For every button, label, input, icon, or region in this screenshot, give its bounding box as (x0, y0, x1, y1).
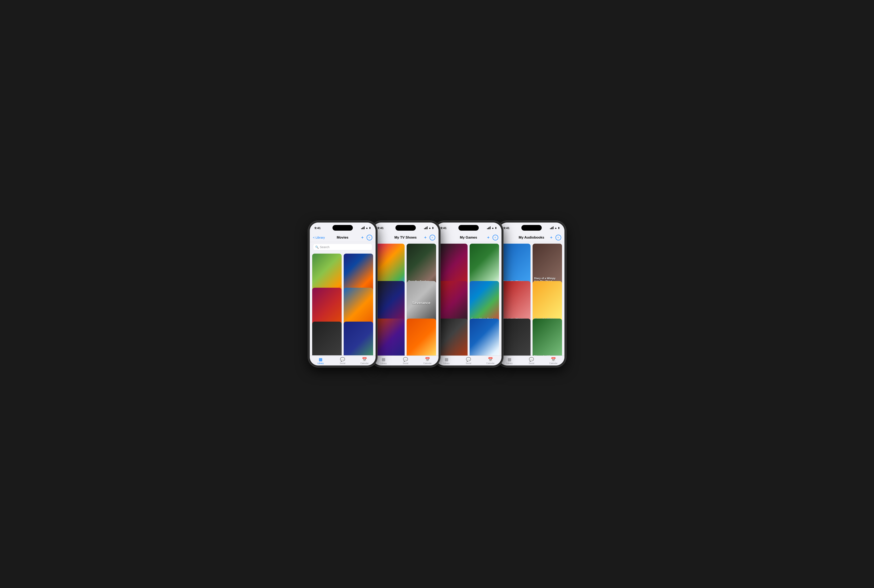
nav-back-button[interactable]: < Library (313, 236, 327, 239)
tab-social-icon: 💬 (529, 357, 534, 362)
tab-social[interactable]: 💬Social (395, 357, 417, 364)
status-icons: ▲ ▮ (550, 226, 559, 230)
tab-social-label: Social (529, 362, 534, 364)
dynamic-island (521, 225, 542, 231)
media-card[interactable]: Diary of a Wimpy Kid (533, 319, 562, 356)
tab-calendar[interactable]: 📅Calendar (542, 357, 565, 364)
filter-button[interactable]: ≡ (366, 235, 372, 240)
nav-bar: My TV Shows+≡ (373, 233, 439, 242)
tab-bar: ▦Library💬Social📅Calendar (310, 356, 375, 366)
media-card[interactable] (344, 322, 373, 356)
add-button[interactable]: + (487, 235, 490, 240)
tab-social[interactable]: 💬Social (521, 357, 542, 364)
phone-movies: 9:41 ▲ ▮ < LibraryMovies+≡ 🔍 Search Shre… (308, 221, 377, 367)
filter-button[interactable]: ≡ (493, 235, 498, 240)
phone-audiobooks: 9:41 ▲ ▮ My Audiobooks+≡Diary of a Wimpy… (497, 221, 566, 367)
wifi-icon: ▲ (491, 226, 494, 230)
tab-bar: ▦Library💬Social📅Calendar (499, 356, 565, 366)
status-time: 9:41 (378, 226, 384, 230)
content-grid: Diary of a Wimpy Kid: The Deep EndDiary … (499, 242, 565, 356)
nav-bar: < LibraryMovies+≡ (310, 233, 375, 242)
tab-bar: ▦Library💬Social📅Calendar (373, 356, 439, 366)
wifi-icon: ▲ (366, 226, 368, 230)
nav-bar: My Audiobooks+≡ (499, 233, 565, 242)
media-card[interactable] (312, 322, 342, 356)
add-button[interactable]: + (424, 235, 427, 240)
card-artwork (438, 319, 467, 356)
tab-library-label: Library (380, 362, 387, 364)
tab-bar: ▦Library💬Social📅Calendar (435, 356, 502, 366)
status-time: 9:41 (440, 226, 447, 230)
content-grid: ShrekBack to the Future IIIBaby DriverDe… (310, 252, 375, 356)
media-card[interactable] (407, 319, 436, 356)
status-time: 9:41 (315, 226, 321, 230)
search-bar: 🔍 Search (310, 242, 375, 252)
tab-social[interactable]: 💬Social (332, 357, 354, 364)
tab-social-icon: 💬 (340, 357, 345, 362)
status-icons: ▲ ▮ (424, 226, 434, 230)
dynamic-island (332, 225, 353, 231)
nav-actions: +≡ (484, 235, 498, 240)
tab-calendar-icon: 📅 (551, 357, 556, 362)
tab-library-label: Library (443, 362, 450, 364)
battery-icon: ▮ (495, 226, 497, 229)
tab-calendar-icon: 📅 (362, 357, 367, 362)
battery-icon: ▮ (432, 226, 434, 229)
tab-social-icon: 💬 (466, 357, 471, 362)
tab-library-icon: ▦ (381, 357, 386, 362)
tab-calendar[interactable]: 📅Calendar (417, 357, 439, 364)
wifi-icon: ▲ (429, 226, 431, 230)
battery-icon: ▮ (558, 226, 560, 229)
nav-actions: +≡ (547, 235, 561, 240)
nav-title: My TV Shows (390, 236, 421, 240)
tab-calendar-label: Calendar (549, 362, 557, 364)
card-title: Severance (408, 301, 434, 305)
nav-title: My Games (453, 236, 484, 240)
phone-games: 9:41 ▲ ▮ My Games+≡ControlGoat Simulator… (434, 221, 503, 367)
content-grid: ControlGoat Simulator 3Alan Wake IISuper… (435, 242, 502, 356)
tab-social-label: Social (466, 362, 471, 364)
tab-calendar-label: Calendar (360, 362, 369, 364)
card-artwork (407, 319, 436, 356)
card-artwork (344, 322, 373, 356)
filter-button[interactable]: ≡ (556, 235, 561, 240)
filter-button[interactable]: ≡ (429, 235, 435, 240)
card-artwork (312, 322, 342, 356)
tab-calendar[interactable]: 📅Calendar (479, 357, 502, 364)
phone-tvshows: 9:41 ▲ ▮ My TV Shows+≡Over the Garden Wa… (371, 221, 440, 367)
status-icons: ▲ ▮ (487, 226, 496, 230)
search-placeholder: Search (320, 245, 330, 249)
search-input[interactable]: 🔍 Search (313, 244, 372, 250)
dynamic-island (458, 225, 479, 231)
tab-calendar-label: Calendar (423, 362, 432, 364)
search-icon: 🔍 (315, 246, 319, 249)
signal-bars-icon (424, 226, 428, 229)
add-button[interactable]: + (550, 235, 553, 240)
card-artwork (501, 319, 530, 356)
tab-social[interactable]: 💬Social (458, 357, 479, 364)
battery-icon: ▮ (369, 226, 371, 229)
card-artwork: Risk of Rain 2 (470, 319, 499, 356)
nav-title: Movies (327, 236, 358, 240)
wifi-icon: ▲ (554, 226, 557, 230)
tab-library[interactable]: ▦Library (310, 357, 332, 364)
tab-calendar-label: Calendar (486, 362, 495, 364)
status-icons: ▲ ▮ (361, 226, 371, 230)
media-card[interactable] (375, 319, 405, 356)
tab-library-label: Library (506, 362, 513, 364)
tab-library-icon: ▦ (319, 357, 323, 362)
signal-bars-icon (487, 226, 491, 229)
tab-social-label: Social (340, 362, 345, 364)
media-card[interactable]: Risk of Rain 2 (470, 319, 499, 356)
tab-calendar[interactable]: 📅Calendar (354, 357, 375, 364)
media-card[interactable] (501, 319, 530, 356)
nav-actions: +≡ (421, 235, 435, 240)
tab-social-icon: 💬 (403, 357, 408, 362)
media-card[interactable] (438, 319, 467, 356)
tab-social-label: Social (403, 362, 408, 364)
add-button[interactable]: + (361, 235, 364, 240)
content-grid: Over the Garden WallSeverance (373, 242, 439, 356)
status-time: 9:41 (503, 226, 510, 230)
nav-title: My Audiobooks (516, 236, 547, 240)
nav-bar: My Games+≡ (435, 233, 502, 242)
